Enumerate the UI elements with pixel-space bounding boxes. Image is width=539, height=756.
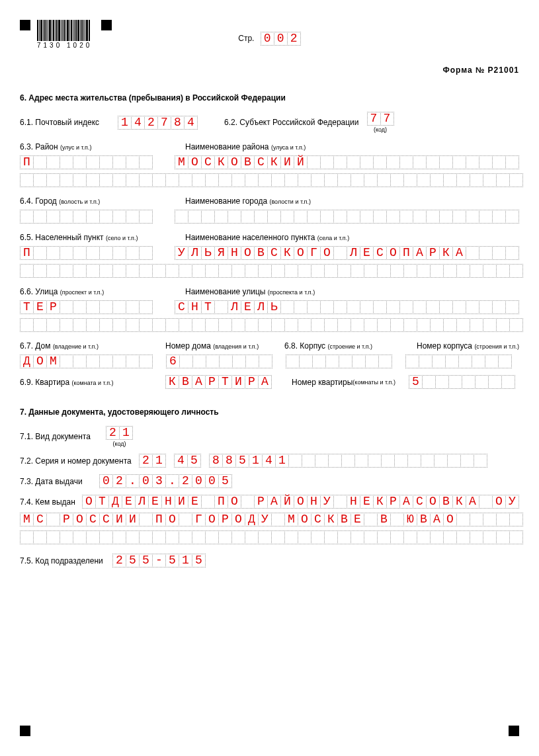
label-6-4-name: Наименование города: [185, 196, 269, 206]
label-6-5: 6.5. Населенный пункт: [20, 233, 106, 242]
marker-bottom-right: [509, 726, 519, 736]
barcode-number: 7130 1020: [37, 42, 92, 49]
cells-7-5: 255-515: [112, 554, 206, 567]
marker-top-left: [20, 20, 30, 30]
label-6-6-small: (проспект и т.п.): [60, 289, 104, 296]
cells-7-4-l2: МС РОССИИ ПО ГОРОДУ МОСКВЕ В ЮВАО: [20, 513, 523, 526]
cells-6-4-type: [20, 210, 153, 224]
label-6-2: 6.2. Субъект Российской Федерации: [224, 118, 359, 127]
label-6-9-num: Номер квартиры: [292, 378, 352, 387]
label-6-6: 6.6. Улица: [20, 287, 60, 296]
sub-6-2: (код): [367, 126, 394, 133]
cells-7-4-l3: [20, 530, 523, 544]
sub-7-1: (код): [106, 441, 133, 447]
page-str-label: Стр.: [238, 34, 254, 43]
label-6-7-num: Номер дома: [165, 341, 213, 351]
form-page: 7130 1020 Стр. 002 Форма № Р21001 6. Адр…: [0, 0, 539, 756]
form-number: Форма № Р21001: [20, 65, 519, 75]
cells-7-2-p2: 45: [174, 454, 201, 468]
cells-6-3-name1: МОСКОВСКИЙ: [175, 155, 519, 169]
cells-6-5-type: П: [20, 246, 153, 260]
label-7-1: 7.1. Вид документа: [20, 432, 106, 441]
label-6-3: 6.3. Район: [20, 142, 60, 151]
label-6-8-small: (строение и т.п.): [327, 343, 372, 350]
label-6-9-small: (комната и т.п.): [72, 380, 114, 386]
page-number-cells: 002: [261, 32, 301, 46]
cells-7-2-p3: 885141: [209, 454, 487, 468]
cells-6-6-name2: [20, 318, 523, 332]
cells-7-3: 02.03.2005: [99, 474, 232, 488]
cells-6-6-type: ТЕР: [20, 300, 153, 314]
footer-markers: [20, 726, 519, 736]
label-7-5: 7.5. Код подразделени: [20, 556, 112, 566]
marker-top-right: [101, 20, 112, 30]
cells-6-9-type: КВАРТИРА: [165, 375, 272, 389]
cells-6-9-num: 5: [409, 375, 515, 389]
label-6-4: 6.4. Город: [20, 196, 59, 206]
label-6-6-name: Наименование улицы: [185, 287, 268, 296]
cells-6-3-type: П: [20, 155, 153, 169]
cells-6-5-name2: [20, 264, 523, 278]
cells-6-2: 77: [367, 112, 394, 126]
label-6-7-small: (владение и т.п.): [53, 343, 99, 350]
section-7-heading: 7. Данные документа, удостоверяющего лич…: [20, 407, 519, 417]
label-6-4-name-small: (волости и т.п.): [269, 198, 311, 205]
cells-6-7-type: ДОМ: [20, 355, 153, 368]
section-6-heading: 6. Адрес места жительства (пребывания) в…: [20, 93, 519, 103]
cells-7-2-p1: 21: [139, 454, 166, 468]
cells-6-1: 142784: [118, 116, 198, 130]
cells-7-1: 21: [106, 426, 133, 440]
label-6-5-small: (село и т.п.): [106, 235, 138, 241]
label-6-9-num-small: (комнаты и т.п.): [352, 379, 395, 386]
label-6-3-small: (улус и т.п.): [60, 144, 91, 151]
label-6-7-num-small: (владения и т.п.): [213, 343, 259, 350]
page-number-row: Стр. 002: [20, 32, 519, 46]
label-6-7: 6.7. Дом: [20, 341, 53, 351]
label-6-5-name: Наименование населенного пункта: [185, 233, 317, 242]
marker-bottom-left: [20, 726, 30, 736]
label-6-6-name-small: (проспекта и т.п.): [268, 289, 315, 296]
barcode: 7130 1020: [37, 20, 92, 49]
cells-6-4-name1: [175, 210, 519, 224]
label-7-3: 7.3. Дата выдачи: [20, 477, 99, 486]
label-6-4-small: (волость и т.п.): [59, 198, 100, 205]
label-6-8: 6.8. Корпус: [284, 341, 327, 351]
label-6-3-name: Наименование района: [185, 142, 271, 151]
cells-6-8-num: [405, 355, 512, 368]
label-6-8-num: Номер корпуса: [417, 341, 474, 351]
label-7-4: 7.4. Кем выдан: [20, 497, 82, 507]
cells-6-6-name1: СНТ ЛЕЛЬ: [175, 300, 519, 314]
cells-6-5-name1: УЛЬЯНОВСКОГО ЛЕСОПАРКА: [175, 246, 519, 260]
label-7-2: 7.2. Серия и номер документа: [20, 456, 139, 466]
label-6-5-name-small: (села и т.п.): [317, 235, 350, 241]
cells-6-7-num: 6: [166, 355, 272, 368]
label-6-1: 6.1. Почтовый индекс: [20, 118, 118, 127]
label-6-9: 6.9. Квартира: [20, 378, 72, 387]
cells-6-8-type: [286, 355, 392, 368]
label-6-8-num-small: (строения и т.п.): [474, 343, 519, 350]
cells-6-3-name2: [20, 173, 523, 187]
label-6-3-name-small: (улуса и т.п.): [271, 144, 306, 151]
cells-7-4-l1: ОТДЕЛЕНИЕ ПО РАЙОНУ НЕКРАСОВКА ОУ: [82, 495, 519, 509]
